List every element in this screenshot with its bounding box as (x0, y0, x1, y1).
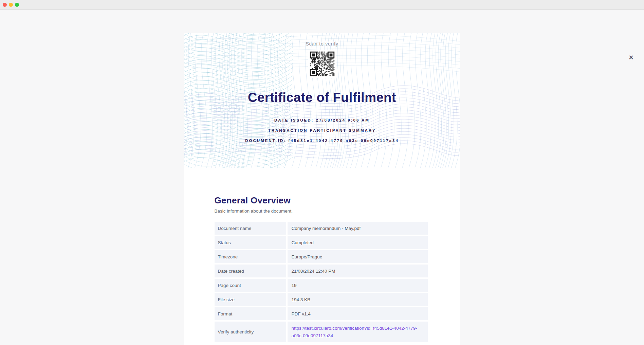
row-value: Company memorandum - May.pdf (288, 222, 428, 235)
summary-type-line: TRANSACTION PARTICIPANT SUMMARY (245, 125, 399, 135)
row-value: PDF v1.4 (288, 307, 428, 320)
close-icon[interactable]: ✕ (626, 53, 636, 62)
zoom-window-button[interactable] (15, 3, 19, 7)
certificate-meta: DATE ISSUED: 27/08/2024 9:06 AM TRANSACT… (245, 115, 399, 146)
table-row: File size194.3 KB (215, 293, 428, 306)
document-id-line: DOCUMENT ID: f45d81e1-4042-4779-a03c-09e… (245, 135, 399, 146)
row-label: Document name (215, 222, 286, 235)
row-label: File size (215, 293, 286, 306)
overview-table: Document nameCompany memorandum - May.pd… (215, 222, 428, 342)
certificate-header: Scan to verify Certificate of Fulfilment… (184, 33, 460, 168)
verify-authenticity-link[interactable]: https://test.circularo.com/verification?… (292, 325, 424, 339)
date-issued-line: DATE ISSUED: 27/08/2024 9:06 AM (245, 115, 399, 125)
modal-backdrop: ✕ Scan to verify Certificate of Fulfilme… (0, 33, 644, 345)
row-label: Status (215, 236, 286, 249)
row-label: Verify authenticity (215, 322, 286, 342)
row-value: 21/08/2024 12:40 PM (288, 265, 428, 277)
row-value: Completed (288, 236, 428, 249)
close-window-button[interactable] (3, 3, 7, 7)
table-row: Verify authenticityhttps://test.circular… (215, 322, 428, 342)
table-row: Document nameCompany memorandum - May.pd… (215, 222, 428, 235)
row-label: Timezone (215, 250, 286, 263)
row-value: 19 (288, 279, 428, 292)
traffic-lights (3, 3, 19, 7)
window-titlebar (0, 0, 644, 10)
scan-to-verify-label: Scan to verify (306, 41, 338, 47)
certificate-document: Scan to verify Certificate of Fulfilment… (184, 33, 460, 345)
table-row: Date created21/08/2024 12:40 PM (215, 265, 428, 277)
row-value: Europe/Prague (288, 250, 428, 263)
row-value: 194.3 KB (288, 293, 428, 306)
row-label: Date created (215, 265, 286, 277)
table-row: Page count19 (215, 279, 428, 292)
row-value: https://test.circularo.com/verification?… (288, 322, 428, 342)
certificate-title: Certificate of Fulfilment (248, 90, 396, 105)
table-row: TimezoneEurope/Prague (215, 250, 428, 263)
minimize-window-button[interactable] (9, 3, 13, 7)
table-row: FormatPDF v1.4 (215, 307, 428, 320)
certificate-body: General Overview Basic information about… (184, 168, 460, 345)
qr-code-icon (308, 50, 336, 78)
row-label: Format (215, 307, 286, 320)
section-subtitle: Basic information about the document. (215, 208, 430, 214)
row-label: Page count (215, 279, 286, 292)
table-row: StatusCompleted (215, 236, 428, 249)
section-heading: General Overview (215, 195, 430, 206)
